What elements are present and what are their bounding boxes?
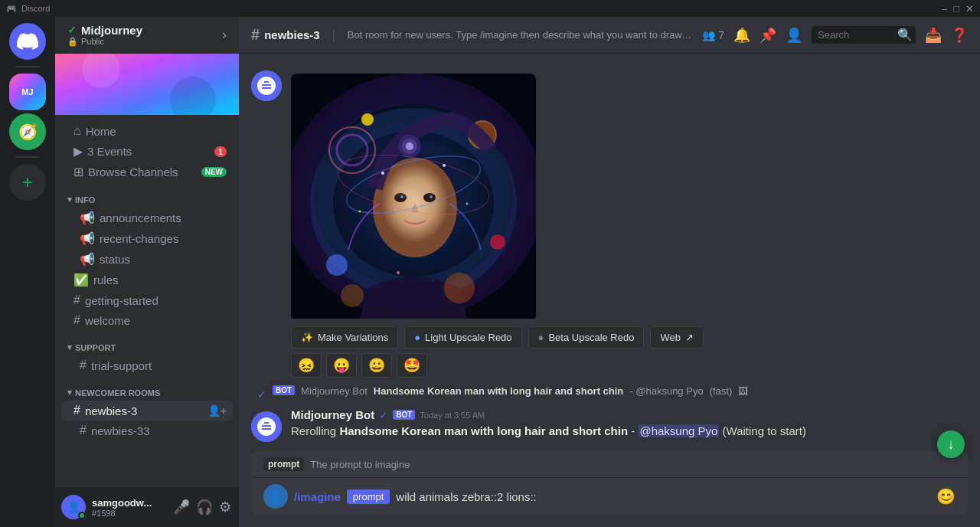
user-discriminator: #1598 [92,509,165,518]
svg-point-11 [326,254,348,276]
chat-header-actions: 👥 7 🔔 📌 👤 🔍 📥 ❓ [702,26,968,44]
chat-header: # newbies-3 | Bot room for new users. Ty… [239,17,980,54]
channel-recent-changes[interactable]: 📢 recent-changes [61,228,233,249]
server-divider-2 [15,156,40,158]
bot-avatar-1 [251,70,282,101]
chat-messages: ✨ Make Variations ● Light Upscale Redo ●… [239,54,980,451]
user-panel: 👤 samgoodw... #1598 🎤 🎧 ⚙ [55,487,239,527]
titlebar: 🎮 Discord – □ ✕ [0,0,980,17]
server-banner [55,54,239,115]
make-variations-button[interactable]: ✨ Make Variations [291,326,398,349]
events-icon: ▶ [74,144,83,159]
hash-icon-ts: # [80,358,87,372]
section-collapse-icon: ▾ [67,195,72,205]
emoji-button[interactable]: 😊 [936,487,956,506]
message-content-1: ✨ Make Variations ● Light Upscale Redo ●… [291,67,968,381]
add-server-button[interactable]: + [9,164,46,201]
bot-tag-2: BOT [393,410,415,420]
chat-input-area: prompt The prompt to imagine 👤 /imagine … [239,451,980,527]
add-member-icon[interactable]: 👤 [786,27,802,44]
inbox-icon[interactable]: 📥 [925,27,942,44]
username: samgoodw... [92,497,165,509]
sidebar-item-events[interactable]: ▶ 3 Events 1 [61,141,233,162]
svg-point-27 [359,211,361,213]
midjourney-server-icon[interactable]: MJ [9,74,46,110]
channel-welcome[interactable]: # welcome [61,310,233,330]
search-input[interactable] [818,29,894,41]
ref-speed: (fast) [710,385,733,397]
chat-command: /imagine [294,490,341,503]
mute-button[interactable]: 🎤 [172,497,191,517]
channel-getting-started[interactable]: # getting-started [61,290,233,310]
discord-home-button[interactable] [9,23,46,60]
chat-prompt-tag: prompt [347,489,390,504]
section-info[interactable]: ▾ INFO [55,182,239,208]
reaction-btn-3[interactable]: 😀 [361,353,392,378]
channel-rules[interactable]: ✅ rules [61,270,233,290]
browse-new-badge: NEW [201,167,227,177]
ref-mention: - @haksung Pyo [629,385,703,397]
server-header[interactable]: ✓ Midjourney 🔒 Public › [55,17,239,54]
server-check-icon: ✓ [67,24,77,36]
compass-server-icon[interactable]: 🧭 [9,113,46,150]
scroll-down-icon: ↓ [948,437,955,453]
channel-hash-icon: # [251,26,260,44]
deafen-button[interactable]: 🎧 [194,497,214,517]
members-icon: 👥 [702,29,715,41]
channel-status[interactable]: 📢 status [61,249,233,270]
channel-sidebar: ✓ Midjourney 🔒 Public › [55,17,239,527]
reaction-btn-1[interactable]: 😖 [291,353,322,378]
message-ref-row: ✓ BOT Midjourney Bot Handsome Korean man… [257,385,968,401]
titlebar-title: 🎮 Discord [6,4,50,14]
hash-icon-w: # [74,313,80,327]
channel-trial-support[interactable]: # trial-support [61,355,233,375]
svg-point-16 [423,193,436,202]
reaction-btn-4[interactable]: 🤩 [397,353,427,378]
section-support[interactable]: ▾ SUPPORT [55,330,239,355]
beta-upscale-redo-button[interactable]: ● Beta Upscale Redo [528,326,645,349]
discord-logo: 🎮 [6,4,17,14]
titlebar-controls[interactable]: – □ ✕ [942,3,974,15]
svg-point-25 [443,164,446,167]
svg-point-32 [341,284,364,307]
web-button[interactable]: Web ↗ [650,326,704,349]
pin-icon[interactable]: 📌 [760,27,776,44]
notification-bell-icon[interactable]: 🔔 [733,27,750,44]
ref-message-text: Handsome Korean man with long hair and s… [374,385,623,397]
server-menu-chevron[interactable]: › [222,27,227,43]
section-collapse-icon-3: ▾ [67,388,72,398]
svg-point-26 [466,203,469,205]
scroll-to-bottom-button[interactable]: ↓ [937,430,965,458]
maximize-button[interactable]: □ [953,3,959,15]
search-icon[interactable]: 🔍 [897,28,913,42]
add-user-icon[interactable]: 👤+ [207,404,227,417]
light-upscale-redo-button[interactable]: ● Light Upscale Redo [404,326,521,349]
action-buttons: ✨ Make Variations ● Light Upscale Redo ●… [291,326,968,349]
section-newcomer[interactable]: ▾ NEWCOMER ROOMS [55,375,239,401]
sidebar-item-home[interactable]: ⌂ Home [61,121,233,141]
channel-newbies-33[interactable]: # newbies-33 [61,421,233,440]
minimize-button[interactable]: – [942,3,947,15]
sidebar-item-browse[interactable]: ⊞ Browse Channels NEW [61,162,233,182]
app-body: MJ 🧭 + ✓ Midjourney 🔒 Public › [0,17,980,527]
beta-upscale-icon: ● [538,332,544,343]
channel-announcements[interactable]: 📢 announcements [61,208,233,228]
ref-author: Midjourney Bot [301,385,368,397]
reaction-btn-2[interactable]: 😛 [326,353,357,378]
user-avatar: 👤 [61,495,86,519]
help-icon[interactable]: ❓ [951,27,968,44]
ref-image-icon: 🖼 [738,385,748,397]
channel-description: Bot room for new users. Type /imagine th… [348,29,693,41]
close-button[interactable]: ✕ [965,3,974,15]
settings-button[interactable]: ⚙ [217,497,233,517]
message-header-2: Midjourney Bot ✓ BOT Today at 3:55 AM [291,408,968,421]
chat-input-field[interactable] [396,490,930,503]
mention-user[interactable]: @haksung Pyo [638,424,719,437]
bot-tag-ref: BOT [273,385,295,395]
chat-input-user-avatar: 👤 [263,484,288,509]
browse-icon: ⊞ [74,165,83,179]
bot-avatar-2 [251,411,282,442]
main-content: # newbies-3 | Bot room for new users. Ty… [239,17,980,527]
channel-newbies-3[interactable]: # newbies-3 👤+ [61,401,233,421]
svg-point-18 [430,195,433,198]
